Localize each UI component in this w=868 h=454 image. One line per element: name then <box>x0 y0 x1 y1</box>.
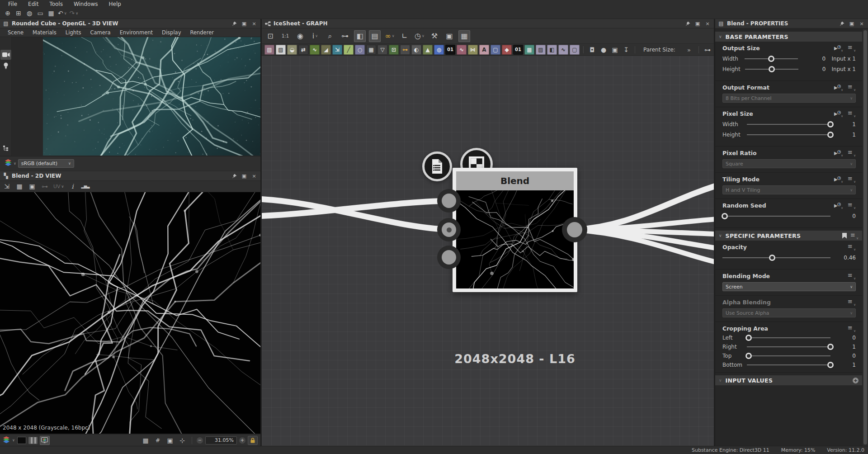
information-icon[interactable]: i∨ <box>309 30 321 42</box>
viewport-2d[interactable]: 2048 x 2048 (Grayscale, 16bpc) <box>0 192 260 434</box>
frame-icon[interactable]: ▣ <box>610 45 620 54</box>
function-icon[interactable]: ▶∨ <box>834 111 843 117</box>
filtering-icon[interactable]: ▣ <box>443 30 455 42</box>
menu-camera[interactable]: Camera <box>86 29 114 36</box>
input-connector-opacity[interactable] <box>437 246 461 269</box>
scene-tree-icon[interactable] <box>0 143 11 153</box>
lock-zoom-icon[interactable] <box>248 436 258 445</box>
node-svg[interactable]: ▧ <box>276 45 286 55</box>
input-connector-destination[interactable] <box>437 218 461 241</box>
menu-lights[interactable]: Lights <box>61 29 85 36</box>
redo-icon[interactable]: ↷∨ <box>69 9 80 18</box>
section-input-values[interactable]: ∨ INPUT VALUES + <box>715 375 862 385</box>
param-value[interactable]: 1 <box>835 344 856 350</box>
random-seed-slider[interactable] <box>722 216 830 217</box>
node-gradient-map[interactable]: ▽ <box>377 45 387 55</box>
timings-icon[interactable]: ◷∨ <box>414 30 425 42</box>
function-icon[interactable]: ▶∨ <box>834 45 843 52</box>
param-menu-icon[interactable] <box>848 111 856 117</box>
new-package-icon[interactable]: ◍ <box>24 9 34 18</box>
opacity-slider[interactable] <box>722 257 830 258</box>
param-value[interactable]: 0 <box>835 213 856 219</box>
tools-icon[interactable]: ⚒ <box>429 30 440 42</box>
pan-icon[interactable]: ⊹ <box>177 436 187 445</box>
param-menu-icon[interactable] <box>848 244 856 250</box>
menu-help[interactable]: Help <box>104 0 125 8</box>
node-shape[interactable]: ○ <box>355 45 365 55</box>
section-specific-parameters[interactable]: ∨ SPECIFIC PARAMETERS <box>715 231 862 241</box>
param-menu-icon[interactable] <box>848 326 856 331</box>
link-graph-icon[interactable]: ⊶ <box>40 182 50 191</box>
thumbnails-display-icon[interactable]: ▤ <box>369 30 381 42</box>
menu-windows[interactable]: Windows <box>69 0 103 8</box>
layers-icon[interactable] <box>3 436 10 445</box>
info-icon[interactable]: i <box>67 182 77 191</box>
node-flood-fill[interactable]: ◆ <box>502 45 512 55</box>
output-connector[interactable] <box>562 217 587 242</box>
properties-scrollbar[interactable] <box>862 29 868 446</box>
dot-node-icon[interactable]: ● <box>599 45 609 54</box>
add-input-value-button[interactable]: + <box>853 378 859 383</box>
alpha-blending-select[interactable]: Use Source Alpha ∨ <box>722 308 856 317</box>
close-icon[interactable]: × <box>704 20 711 27</box>
save-all-icon[interactable]: ▦ <box>46 9 56 18</box>
node-tile-sampler[interactable]: ▦ <box>366 45 376 55</box>
param-menu-icon[interactable] <box>848 45 856 51</box>
export-image-icon[interactable]: ⇲ <box>2 182 12 191</box>
restore-icon[interactable]: ▣ <box>694 20 701 27</box>
uv-mode-button[interactable]: UV∨ <box>52 182 65 191</box>
restore-icon[interactable]: ▣ <box>241 20 248 27</box>
node-text[interactable]: A <box>479 45 489 55</box>
param-value[interactable]: 1 <box>835 362 856 368</box>
grid-icon[interactable]: ▦ <box>141 436 151 445</box>
function-icon[interactable]: ▶∨ <box>834 176 843 183</box>
pin-icon[interactable] <box>231 173 238 179</box>
colorspace-select[interactable]: sRGB (default) ∨ <box>18 159 74 168</box>
node-crop[interactable]: ▢ <box>491 45 500 55</box>
grid-snap-icon[interactable]: ▦ <box>458 30 470 42</box>
pin-icon[interactable] <box>684 20 691 27</box>
close-icon[interactable]: × <box>250 20 258 27</box>
node-curve[interactable]: ∿ <box>310 45 320 55</box>
crop-left-slider[interactable] <box>747 337 830 338</box>
panel-graph-header[interactable]: IceSheet - GRAPH ▣ × <box>262 19 714 28</box>
pin-icon[interactable] <box>231 20 238 27</box>
zoom-out-button[interactable]: − <box>197 437 203 444</box>
section-menu-icon[interactable] <box>850 233 859 239</box>
pixel-ruler-icon[interactable]: # <box>153 436 163 445</box>
tiling-mode-select[interactable]: H and V Tiling ∨ <box>722 185 856 194</box>
fit-view-icon[interactable]: ⊡ <box>264 30 276 42</box>
node-frame-generator[interactable]: ▢ <box>570 45 580 55</box>
background-color-swatch[interactable] <box>17 437 26 444</box>
crop-right-slider[interactable] <box>747 346 830 347</box>
menu-environment[interactable]: Environment <box>116 29 157 36</box>
close-icon[interactable]: × <box>858 20 865 27</box>
new-graph-icon[interactable]: ⊞ <box>14 9 24 18</box>
open-file-icon[interactable]: ▭ <box>35 9 45 18</box>
height-slider[interactable] <box>745 69 798 70</box>
param-value[interactable]: 0 <box>807 56 826 62</box>
node-grayscale-conversion[interactable]: 01 <box>445 45 455 55</box>
undo-icon[interactable]: ↶∨ <box>57 9 68 18</box>
new-substance-icon[interactable]: ⊕ <box>3 9 13 18</box>
param-value[interactable]: 0 <box>807 66 826 72</box>
param-menu-icon[interactable] <box>848 273 856 279</box>
link-parent-size-icon[interactable]: ⊶ <box>703 45 712 54</box>
actual-zoom-icon[interactable]: 1:1 <box>279 30 291 42</box>
viewport-3d[interactable] <box>43 37 260 156</box>
param-value[interactable]: 0 <box>835 353 856 359</box>
menu-materials[interactable]: Materials <box>28 29 61 36</box>
light-tool-icon[interactable] <box>0 61 11 71</box>
node-pixel-processor[interactable]: ⊡ <box>389 45 399 55</box>
function-icon[interactable]: ▶∨ <box>834 150 843 156</box>
pixel-height-slider[interactable] <box>747 134 830 135</box>
splitter[interactable] <box>260 19 262 446</box>
param-value[interactable]: 1 <box>835 132 856 138</box>
menu-scene[interactable]: Scene <box>4 29 28 36</box>
node-channel-shuffle[interactable]: ⇄ <box>298 45 308 55</box>
search-icon[interactable]: ⌕ <box>324 30 336 42</box>
blend-node[interactable]: Blend <box>453 168 577 292</box>
histogram-icon[interactable]: ▂▅▃ <box>80 182 90 191</box>
node-transformation-2d[interactable]: ⇲ <box>332 45 342 55</box>
node-badge-document-icon[interactable] <box>422 151 452 181</box>
